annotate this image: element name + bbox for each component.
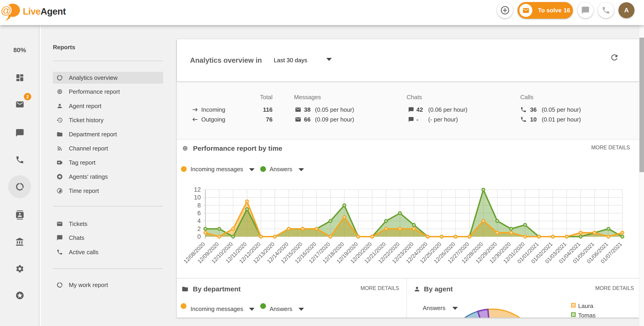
svg-text:12: 12 [194, 186, 201, 193]
svg-text:4: 4 [197, 217, 201, 224]
svg-text:6: 6 [197, 210, 201, 217]
svg-text:10: 10 [194, 194, 201, 201]
svg-text:2: 2 [197, 225, 201, 232]
svg-text:8: 8 [197, 202, 201, 209]
svg-text:0: 0 [197, 233, 201, 240]
svg-text:@: @ [1, 4, 12, 17]
